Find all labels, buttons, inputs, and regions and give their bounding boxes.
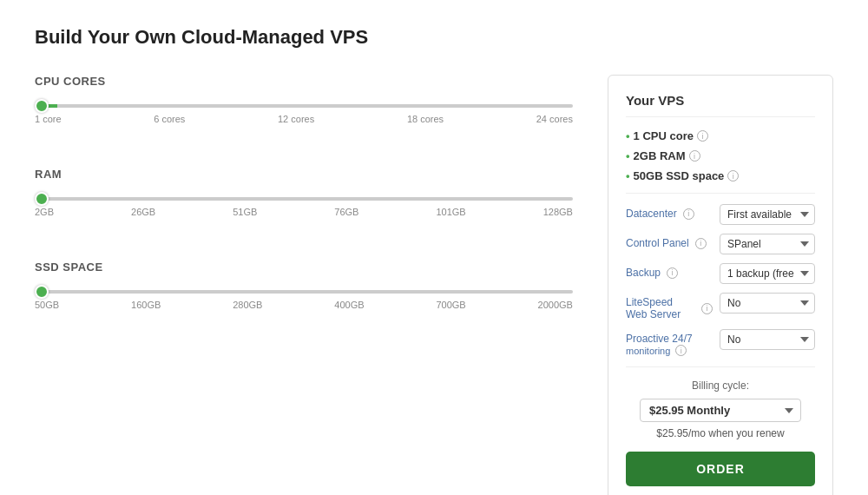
datacenter-label: Datacenter i <box>626 204 713 220</box>
sliders-section: CPU CORES 1 core 6 cores 12 cores 18 cor… <box>35 75 573 353</box>
ram-spec-value: 2GB RAM <box>634 149 686 162</box>
proactive-info-icon[interactable]: i <box>675 345 687 356</box>
ssd-slider-wrapper: 50GB 160GB 280GB 400GB 700GB 2000GB <box>35 282 573 327</box>
billing-section: Billing cycle: $25.95 Monthly $23.95 Mon… <box>626 380 815 495</box>
cpu-slider-wrapper: 1 core 6 cores 12 cores 18 cores 24 core… <box>35 96 573 142</box>
backup-row: Backup i 1 backup (free 2 backups 3 back… <box>626 263 815 284</box>
cpu-slider[interactable] <box>35 104 573 108</box>
divider-2 <box>626 366 815 367</box>
litespeed-select[interactable]: No Yes <box>720 293 815 314</box>
ram-label: RAM <box>35 168 573 181</box>
ram-info-icon[interactable]: i <box>689 150 700 162</box>
vps-panel: Your VPS • 1 CPU core i • 2GB RAM i • 50… <box>608 75 833 495</box>
ssd-spec-value: 50GB SSD space <box>634 169 725 182</box>
control-panel-label: Control Panel i <box>626 234 713 249</box>
cpu-slider-group: CPU CORES 1 core 6 cores 12 cores 18 cor… <box>35 75 573 142</box>
ram-slider-wrapper: 2GB 26GB 51GB 76GB 101GB 128GB <box>35 189 573 234</box>
ram-slider-group: RAM 2GB 26GB 51GB 76GB 101GB 128GB <box>35 168 573 234</box>
proactive-label: Proactive 24/7 monitoring i <box>626 329 713 356</box>
order-button[interactable]: ORDER <box>626 452 815 486</box>
divider-1 <box>626 193 815 194</box>
control-panel-info-icon[interactable]: i <box>695 238 707 249</box>
vps-spec-cpu: • 1 CPU core i <box>626 129 815 142</box>
ssd-slider[interactable] <box>35 290 573 294</box>
datacenter-info-icon[interactable]: i <box>683 208 694 220</box>
vps-panel-title: Your VPS <box>626 93 815 117</box>
ssd-ticks: 50GB 160GB 280GB 400GB 700GB 2000GB <box>35 300 573 310</box>
litespeed-label: LiteSpeed Web Server i <box>626 293 713 320</box>
page-title: Build Your Own Cloud-Managed VPS <box>35 26 833 49</box>
cpu-label: CPU CORES <box>35 75 573 88</box>
litespeed-info-icon[interactable]: i <box>701 303 713 314</box>
billing-select-wrapper: $25.95 Monthly $23.95 Monthly (Annual) $… <box>626 399 815 422</box>
cpu-spec-value: 1 CPU core <box>634 129 694 142</box>
backup-label: Backup i <box>626 263 713 279</box>
ssd-slider-group: SSD SPACE 50GB 160GB 280GB 400GB 700GB 2… <box>35 261 573 327</box>
litespeed-row: LiteSpeed Web Server i No Yes <box>626 293 815 320</box>
ssd-info-icon[interactable]: i <box>727 170 739 182</box>
datacenter-select[interactable]: First available US East US West EU Asia <box>720 204 815 225</box>
backup-info-icon[interactable]: i <box>667 267 678 279</box>
ram-ticks: 2GB 26GB 51GB 76GB 101GB 128GB <box>35 207 573 217</box>
proactive-select[interactable]: No Yes <box>720 329 815 350</box>
control-panel-row: Control Panel i SPanel cPanel None <box>626 234 815 254</box>
vps-spec-ram: • 2GB RAM i <box>626 149 815 162</box>
billing-label: Billing cycle: <box>626 380 815 392</box>
renew-text: $25.95/mo when you renew <box>626 427 815 439</box>
datacenter-row: Datacenter i First available US East US … <box>626 204 815 225</box>
cpu-ticks: 1 core 6 cores 12 cores 18 cores 24 core… <box>35 114 573 124</box>
proactive-row: Proactive 24/7 monitoring i No Yes <box>626 329 815 356</box>
billing-select[interactable]: $25.95 Monthly $23.95 Monthly (Annual) $… <box>640 399 801 422</box>
main-layout: CPU CORES 1 core 6 cores 12 cores 18 cor… <box>35 75 833 495</box>
ram-slider[interactable] <box>35 197 573 201</box>
ssd-label: SSD SPACE <box>35 261 573 274</box>
vps-spec-ssd: • 50GB SSD space i <box>626 169 815 182</box>
control-panel-select[interactable]: SPanel cPanel None <box>720 234 815 254</box>
cpu-info-icon[interactable]: i <box>697 130 708 142</box>
backup-select[interactable]: 1 backup (free 2 backups 3 backups <box>720 263 815 284</box>
